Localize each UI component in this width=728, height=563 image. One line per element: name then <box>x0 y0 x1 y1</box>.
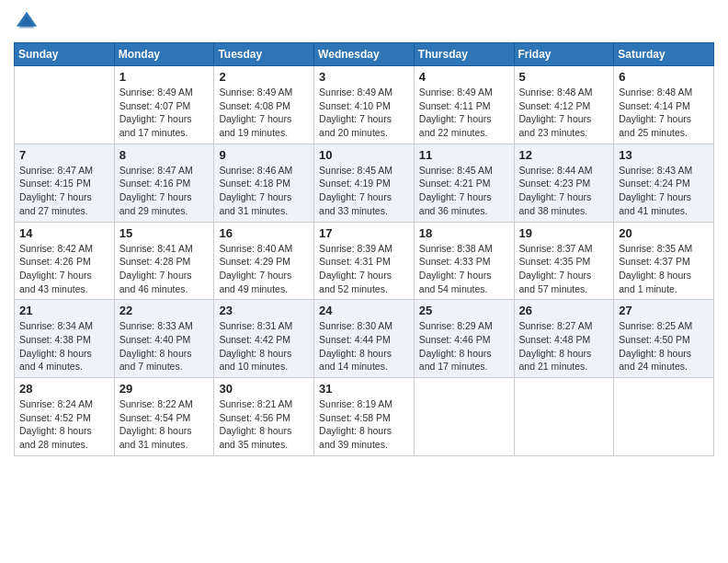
day-detail: Sunrise: 8:47 AM Sunset: 4:16 PM Dayligh… <box>119 164 210 218</box>
day-detail: Sunrise: 8:45 AM Sunset: 4:21 PM Dayligh… <box>419 164 509 218</box>
day-detail: Sunrise: 8:19 AM Sunset: 4:58 PM Dayligh… <box>319 397 409 452</box>
day-detail: Sunrise: 8:41 AM Sunset: 4:28 PM Dayligh… <box>119 242 210 296</box>
day-cell: 2Sunrise: 8:49 AM Sunset: 4:08 PM Daylig… <box>214 66 314 144</box>
day-cell: 11Sunrise: 8:45 AM Sunset: 4:21 PM Dayli… <box>414 144 514 222</box>
day-detail: Sunrise: 8:40 AM Sunset: 4:29 PM Dayligh… <box>219 242 309 296</box>
day-detail: Sunrise: 8:48 AM Sunset: 4:14 PM Dayligh… <box>619 86 709 140</box>
logo <box>14 9 43 35</box>
logo-icon <box>14 9 40 35</box>
page: SundayMondayTuesdayWednesdayThursdayFrid… <box>0 0 728 563</box>
day-cell: 20Sunrise: 8:35 AM Sunset: 4:37 PM Dayli… <box>614 222 714 300</box>
week-row-5: 28Sunrise: 8:24 AM Sunset: 4:52 PM Dayli… <box>15 378 714 456</box>
day-number: 16 <box>219 226 309 240</box>
day-detail: Sunrise: 8:44 AM Sunset: 4:23 PM Dayligh… <box>519 164 609 218</box>
day-number: 4 <box>419 70 509 84</box>
day-number: 24 <box>319 304 409 317</box>
day-number: 6 <box>619 70 709 84</box>
week-row-2: 7Sunrise: 8:47 AM Sunset: 4:15 PM Daylig… <box>15 144 714 222</box>
day-detail: Sunrise: 8:22 AM Sunset: 4:54 PM Dayligh… <box>119 397 210 452</box>
day-detail: Sunrise: 8:29 AM Sunset: 4:46 PM Dayligh… <box>419 319 509 373</box>
day-cell: 16Sunrise: 8:40 AM Sunset: 4:29 PM Dayli… <box>214 222 314 300</box>
day-cell: 14Sunrise: 8:42 AM Sunset: 4:26 PM Dayli… <box>15 222 115 300</box>
day-cell: 13Sunrise: 8:43 AM Sunset: 4:24 PM Dayli… <box>614 144 714 222</box>
day-number: 10 <box>319 148 409 162</box>
day-number: 20 <box>619 226 709 240</box>
day-detail: Sunrise: 8:42 AM Sunset: 4:26 PM Dayligh… <box>19 242 109 296</box>
day-detail: Sunrise: 8:35 AM Sunset: 4:37 PM Dayligh… <box>619 242 709 296</box>
day-number: 25 <box>419 304 509 317</box>
day-detail: Sunrise: 8:38 AM Sunset: 4:33 PM Dayligh… <box>419 242 509 296</box>
day-number: 19 <box>519 226 609 240</box>
day-cell: 22Sunrise: 8:33 AM Sunset: 4:40 PM Dayli… <box>114 300 214 378</box>
day-number: 29 <box>119 382 210 396</box>
day-cell <box>414 378 514 456</box>
day-detail: Sunrise: 8:37 AM Sunset: 4:35 PM Dayligh… <box>519 242 609 296</box>
day-number: 30 <box>219 382 309 396</box>
day-detail: Sunrise: 8:45 AM Sunset: 4:19 PM Dayligh… <box>319 164 409 218</box>
day-number: 28 <box>19 382 109 396</box>
day-detail: Sunrise: 8:49 AM Sunset: 4:08 PM Dayligh… <box>219 86 309 140</box>
day-number: 12 <box>519 148 609 162</box>
day-detail: Sunrise: 8:46 AM Sunset: 4:18 PM Dayligh… <box>219 164 309 218</box>
day-detail: Sunrise: 8:21 AM Sunset: 4:56 PM Dayligh… <box>219 397 309 452</box>
weekday-header-saturday: Saturday <box>614 43 714 66</box>
day-number: 27 <box>619 304 709 317</box>
day-cell: 17Sunrise: 8:39 AM Sunset: 4:31 PM Dayli… <box>314 222 415 300</box>
day-detail: Sunrise: 8:31 AM Sunset: 4:42 PM Dayligh… <box>219 319 309 373</box>
day-detail: Sunrise: 8:24 AM Sunset: 4:52 PM Dayligh… <box>19 397 109 452</box>
week-row-3: 14Sunrise: 8:42 AM Sunset: 4:26 PM Dayli… <box>15 222 714 300</box>
day-number: 21 <box>19 304 109 317</box>
day-number: 18 <box>419 226 509 240</box>
day-detail: Sunrise: 8:30 AM Sunset: 4:44 PM Dayligh… <box>319 319 409 373</box>
day-number: 15 <box>119 226 210 240</box>
day-number: 11 <box>419 148 509 162</box>
weekday-header-sunday: Sunday <box>15 43 115 66</box>
day-cell: 3Sunrise: 8:49 AM Sunset: 4:10 PM Daylig… <box>314 66 415 144</box>
weekday-header-friday: Friday <box>514 43 614 66</box>
day-number: 3 <box>319 70 409 84</box>
day-cell: 18Sunrise: 8:38 AM Sunset: 4:33 PM Dayli… <box>414 222 514 300</box>
week-row-1: 1Sunrise: 8:49 AM Sunset: 4:07 PM Daylig… <box>15 66 714 144</box>
header <box>14 9 714 35</box>
weekday-header-row: SundayMondayTuesdayWednesdayThursdayFrid… <box>15 43 714 66</box>
day-cell: 30Sunrise: 8:21 AM Sunset: 4:56 PM Dayli… <box>214 378 314 456</box>
day-detail: Sunrise: 8:49 AM Sunset: 4:11 PM Dayligh… <box>419 86 509 140</box>
day-number: 5 <box>519 70 609 84</box>
day-number: 22 <box>119 304 210 317</box>
day-detail: Sunrise: 8:49 AM Sunset: 4:07 PM Dayligh… <box>119 86 210 140</box>
day-cell: 1Sunrise: 8:49 AM Sunset: 4:07 PM Daylig… <box>114 66 214 144</box>
day-cell: 8Sunrise: 8:47 AM Sunset: 4:16 PM Daylig… <box>114 144 214 222</box>
day-cell: 10Sunrise: 8:45 AM Sunset: 4:19 PM Dayli… <box>314 144 415 222</box>
day-cell: 24Sunrise: 8:30 AM Sunset: 4:44 PM Dayli… <box>314 300 415 378</box>
day-cell: 4Sunrise: 8:49 AM Sunset: 4:11 PM Daylig… <box>414 66 514 144</box>
weekday-header-monday: Monday <box>114 43 214 66</box>
day-cell: 5Sunrise: 8:48 AM Sunset: 4:12 PM Daylig… <box>514 66 614 144</box>
day-detail: Sunrise: 8:34 AM Sunset: 4:38 PM Dayligh… <box>19 319 109 373</box>
day-cell: 26Sunrise: 8:27 AM Sunset: 4:48 PM Dayli… <box>514 300 614 378</box>
day-cell: 9Sunrise: 8:46 AM Sunset: 4:18 PM Daylig… <box>214 144 314 222</box>
day-cell: 31Sunrise: 8:19 AM Sunset: 4:58 PM Dayli… <box>314 378 415 456</box>
day-detail: Sunrise: 8:25 AM Sunset: 4:50 PM Dayligh… <box>619 319 709 373</box>
day-number: 7 <box>19 148 109 162</box>
day-cell: 25Sunrise: 8:29 AM Sunset: 4:46 PM Dayli… <box>414 300 514 378</box>
day-cell: 27Sunrise: 8:25 AM Sunset: 4:50 PM Dayli… <box>614 300 714 378</box>
day-cell <box>514 378 614 456</box>
day-cell: 21Sunrise: 8:34 AM Sunset: 4:38 PM Dayli… <box>15 300 115 378</box>
day-detail: Sunrise: 8:47 AM Sunset: 4:15 PM Dayligh… <box>19 164 109 218</box>
day-detail: Sunrise: 8:27 AM Sunset: 4:48 PM Dayligh… <box>519 319 609 373</box>
day-number: 17 <box>319 226 409 240</box>
day-number: 2 <box>219 70 309 84</box>
calendar-table: SundayMondayTuesdayWednesdayThursdayFrid… <box>14 42 714 456</box>
day-cell <box>614 378 714 456</box>
week-row-4: 21Sunrise: 8:34 AM Sunset: 4:38 PM Dayli… <box>15 300 714 378</box>
day-cell: 28Sunrise: 8:24 AM Sunset: 4:52 PM Dayli… <box>15 378 115 456</box>
day-detail: Sunrise: 8:39 AM Sunset: 4:31 PM Dayligh… <box>319 242 409 296</box>
day-detail: Sunrise: 8:49 AM Sunset: 4:10 PM Dayligh… <box>319 86 409 140</box>
day-cell: 23Sunrise: 8:31 AM Sunset: 4:42 PM Dayli… <box>214 300 314 378</box>
day-number: 31 <box>319 382 409 396</box>
day-cell: 7Sunrise: 8:47 AM Sunset: 4:15 PM Daylig… <box>15 144 115 222</box>
day-cell: 6Sunrise: 8:48 AM Sunset: 4:14 PM Daylig… <box>614 66 714 144</box>
day-cell: 15Sunrise: 8:41 AM Sunset: 4:28 PM Dayli… <box>114 222 214 300</box>
day-detail: Sunrise: 8:33 AM Sunset: 4:40 PM Dayligh… <box>119 319 210 373</box>
day-number: 26 <box>519 304 609 317</box>
